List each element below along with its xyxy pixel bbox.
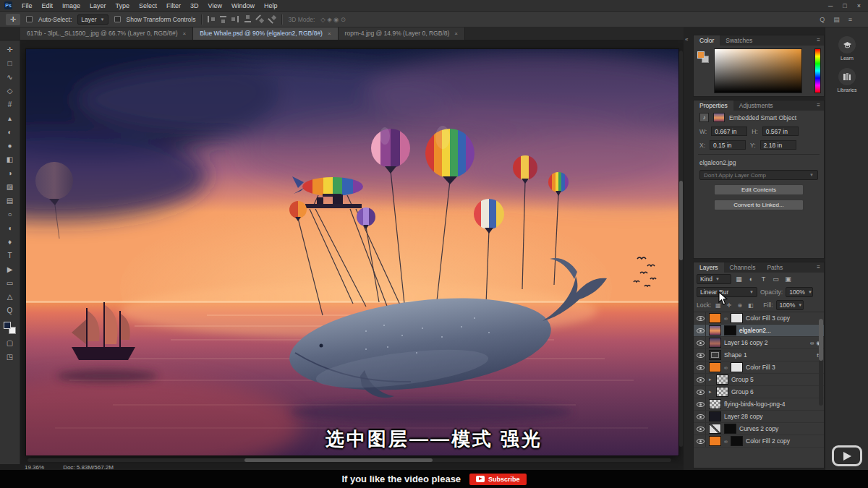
visibility-eye-icon[interactable] (697, 365, 705, 370)
panel-menu-icon[interactable]: ≡ (817, 35, 824, 46)
panel-menu-icon[interactable]: ≡ (817, 262, 824, 273)
saturation-brightness-box[interactable] (714, 48, 802, 93)
libraries-panel-button[interactable]: Libraries (825, 68, 868, 93)
group-expander-icon[interactable]: ▸ (709, 377, 713, 382)
workspace-switcher-icon[interactable]: ▤ (833, 16, 840, 23)
pen-tool-icon[interactable]: ♦ (4, 237, 17, 247)
menu-file[interactable]: File (22, 2, 33, 9)
layer-row[interactable]: Layer 16 copy 2 ∞◉ (694, 337, 824, 349)
filter-shape-layers-icon[interactable]: ▭ (771, 275, 780, 283)
layer-row[interactable]: ∞ Color Fill 2 copy (694, 435, 824, 448)
filter-adjustment-layers-icon[interactable]: ◐ (746, 275, 756, 283)
tab-channels[interactable]: Channels (724, 262, 762, 273)
show-transform-checkbox[interactable] (114, 16, 121, 22)
align-bottom-edges-icon[interactable] (244, 16, 251, 22)
layer-row[interactable]: Layer 28 copy (694, 411, 824, 423)
tab-color[interactable]: Color (694, 35, 720, 46)
foreground-background-color-swatches[interactable] (4, 322, 16, 334)
marquee-tool-icon[interactable]: □ (4, 59, 17, 68)
tab-properties[interactable]: Properties (694, 100, 733, 111)
shape-tool-icon[interactable]: ▭ (4, 278, 17, 288)
layers-scrollbar[interactable] (819, 319, 823, 406)
auto-select-target-dropdown[interactable]: Layer▼ (77, 14, 108, 25)
color-fg-bg-swatches[interactable] (697, 51, 709, 63)
edit-contents-button[interactable]: Edit Contents (714, 184, 804, 195)
auto-select-checkbox[interactable] (26, 16, 33, 22)
close-icon[interactable]: × (857, 2, 861, 9)
menu-3d[interactable]: 3D (190, 2, 199, 9)
eraser-tool-icon[interactable]: ▨ (4, 182, 17, 192)
subscribe-button[interactable]: Subscribe (469, 474, 527, 485)
minimize-icon[interactable]: ─ (828, 2, 833, 9)
clone-stamp-tool-icon[interactable]: ◧ (4, 155, 17, 164)
collapse-panels-icon[interactable]: « (685, 36, 688, 43)
visibility-eye-icon[interactable] (697, 328, 705, 333)
group-expander-icon[interactable]: ▸ (709, 389, 713, 395)
align-right-edges-icon[interactable] (232, 16, 239, 22)
menu-layer[interactable]: Layer (90, 2, 106, 9)
close-tab-icon[interactable]: × (328, 30, 331, 37)
menu-image[interactable]: Image (62, 2, 80, 9)
zoom-tool-icon[interactable]: Q (4, 306, 17, 315)
canvas-vertical-scrollbar[interactable] (679, 51, 683, 447)
visibility-eye-icon[interactable] (697, 316, 705, 321)
layer-row-group[interactable]: ▸ Group 6 (694, 386, 824, 398)
align-centers-h-icon[interactable] (256, 14, 265, 24)
layer-row-selected[interactable]: elgaleon2... (694, 325, 824, 337)
panel-menu-icon[interactable]: ≡ (848, 16, 852, 23)
learn-panel-button[interactable]: Learn (825, 36, 868, 61)
layer-row[interactable]: Curves 2 copy (694, 423, 824, 435)
tab-swatches[interactable]: Swatches (720, 35, 758, 46)
filter-pixel-layers-icon[interactable]: ▦ (734, 275, 744, 283)
layer-comp-dropdown[interactable]: Don't Apply Layer Comp▼ (699, 170, 818, 180)
document-tab-3[interactable]: ropm-4.jpg @ 14.9% (Layer 0, RGB/8)× (339, 27, 465, 40)
quick-selection-tool-icon[interactable]: ◇ (4, 86, 17, 95)
height-field[interactable]: 0.567 in (762, 127, 799, 136)
type-tool-icon[interactable]: T (4, 251, 17, 260)
search-icon[interactable]: Q (820, 16, 825, 23)
gradient-tool-icon[interactable]: ▤ (4, 196, 17, 205)
opacity-field[interactable]: 100%▼ (786, 287, 813, 297)
visibility-eye-icon[interactable] (697, 402, 705, 407)
hand-tool-icon[interactable]: △ (4, 292, 17, 301)
visibility-eye-icon[interactable] (697, 390, 705, 395)
menu-select[interactable]: Select (139, 2, 157, 9)
y-field[interactable]: 2.18 in (760, 140, 796, 150)
eyedropper-tool-icon[interactable]: ▴ (4, 114, 17, 123)
visibility-eye-icon[interactable] (697, 439, 705, 444)
width-field[interactable]: 0.667 in (711, 127, 747, 136)
layer-row[interactable]: Shape 1 fx (694, 349, 824, 361)
quick-mask-icon[interactable]: ▢ (4, 338, 17, 348)
crop-tool-icon[interactable]: # (4, 100, 17, 109)
lock-position-icon[interactable]: ⊕ (736, 302, 744, 309)
fill-field[interactable]: 100%▼ (776, 300, 804, 310)
tab-paths[interactable]: Paths (761, 262, 788, 273)
blur-tool-icon[interactable]: ○ (4, 210, 17, 219)
healing-brush-tool-icon[interactable]: ◐ (4, 127, 17, 137)
move-tool-preset-icon[interactable]: ✛ (6, 14, 20, 25)
layer-row-group[interactable]: ▸ Group 5 (694, 374, 824, 386)
visibility-eye-icon[interactable] (697, 427, 705, 432)
layer-row[interactable]: ∞ Color Fill 3 (694, 361, 824, 374)
tab-adjustments[interactable]: Adjustments (733, 100, 779, 111)
canvas-area[interactable]: 选中图层——模式 强光 (20, 40, 684, 464)
kind-filter-dropdown[interactable]: Kind▼ (697, 274, 731, 284)
x-field[interactable]: 0.15 in (710, 140, 746, 150)
menu-edit[interactable]: Edit (42, 2, 54, 9)
align-top-edges-icon[interactable] (220, 16, 226, 22)
brush-tool-icon[interactable]: ● (4, 141, 17, 150)
layer-row[interactable]: flying-birds-logo-png-4 (694, 398, 824, 411)
maximize-icon[interactable]: □ (843, 2, 846, 9)
lock-all-icon[interactable]: ◧ (746, 302, 754, 309)
visibility-eye-icon[interactable] (697, 414, 705, 419)
path-selection-tool-icon[interactable]: ▶ (4, 265, 17, 274)
visibility-eye-icon[interactable] (697, 353, 705, 358)
align-centers-v-icon[interactable] (268, 14, 278, 24)
visibility-eye-icon[interactable] (697, 341, 705, 346)
document-tab-2-active[interactable]: Blue Whale.psd @ 90% (elgaleon2, RGB/8#)… (193, 27, 338, 40)
convert-to-linked-button[interactable]: Convert to Linked... (714, 200, 804, 210)
align-left-edges-icon[interactable] (208, 16, 214, 22)
hue-slider[interactable] (814, 48, 821, 93)
close-tab-icon[interactable]: × (183, 30, 187, 37)
document-tab-1[interactable]: 617tb - 3lpL._SL1500_.jpg @ 66.7% (Layer… (20, 27, 193, 40)
